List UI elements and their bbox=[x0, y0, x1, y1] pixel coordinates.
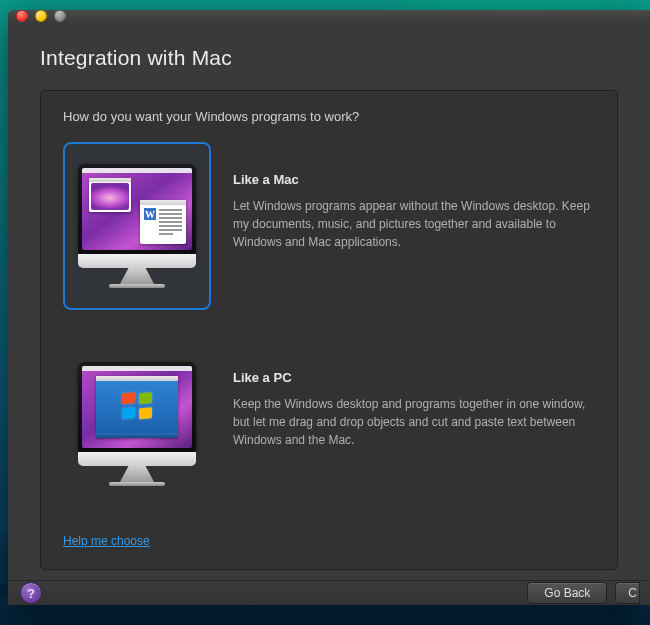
option-like-a-pc: Like a PC Keep the Windows desktop and p… bbox=[63, 340, 595, 508]
help-button[interactable]: ? bbox=[20, 582, 42, 604]
option-tile-pc[interactable] bbox=[63, 340, 211, 508]
minimize-icon[interactable] bbox=[35, 10, 47, 22]
zoom-icon bbox=[54, 10, 66, 22]
go-back-button[interactable]: Go Back bbox=[527, 582, 607, 604]
imac-pc-icon bbox=[77, 362, 197, 486]
option-tile-mac[interactable]: W bbox=[63, 142, 211, 310]
content-area: Integration with Mac How do you want you… bbox=[8, 22, 650, 580]
option-title-mac: Like a Mac bbox=[233, 172, 595, 187]
titlebar bbox=[8, 10, 650, 22]
option-desc-pc: Keep the Windows desktop and programs to… bbox=[233, 395, 595, 449]
options-panel: How do you want your Windows programs to… bbox=[40, 90, 618, 570]
installer-window: Integration with Mac How do you want you… bbox=[8, 10, 650, 605]
page-title: Integration with Mac bbox=[40, 46, 618, 70]
close-icon[interactable] bbox=[16, 10, 28, 22]
imac-mac-icon: W bbox=[77, 164, 197, 288]
help-me-choose-link[interactable]: Help me choose bbox=[63, 534, 150, 548]
footer-bar: ? Go Back C bbox=[8, 580, 650, 605]
continue-button[interactable]: C bbox=[615, 582, 640, 604]
option-like-a-mac: W Like a Mac Let Windows bbox=[63, 142, 595, 310]
option-title-pc: Like a PC bbox=[233, 370, 595, 385]
option-desc-mac: Let Windows programs appear without the … bbox=[233, 197, 595, 251]
question-text: How do you want your Windows programs to… bbox=[63, 109, 595, 124]
